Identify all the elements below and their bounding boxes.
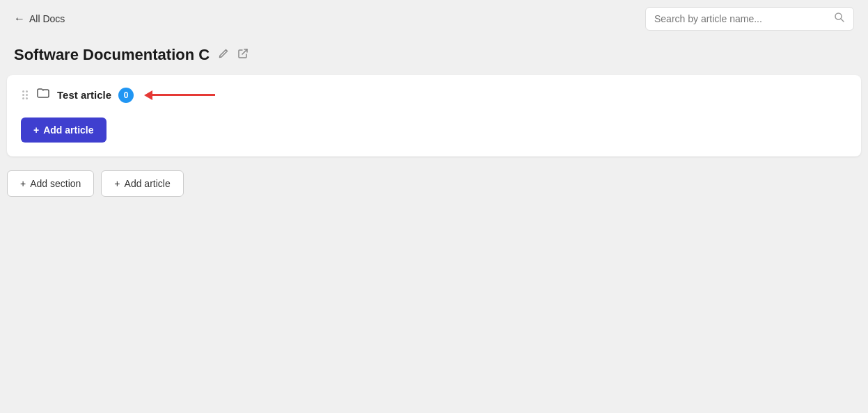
arrow-line xyxy=(152,94,215,96)
add-article-label: Add article xyxy=(43,124,93,136)
page-title-area: Software Documentation C xyxy=(0,38,868,75)
add-article-label: Add article xyxy=(125,178,171,189)
arrow-head xyxy=(144,90,152,100)
arrow-container xyxy=(145,90,215,100)
drag-dot xyxy=(26,90,28,92)
drag-dot xyxy=(26,94,28,96)
search-icon xyxy=(834,12,845,26)
search-container xyxy=(645,7,854,31)
edit-icon[interactable] xyxy=(218,48,229,62)
plus-icon: + xyxy=(114,178,120,189)
back-link[interactable]: ← All Docs xyxy=(14,13,65,25)
drag-dot xyxy=(22,94,24,96)
add-article-button[interactable]: + Add article xyxy=(101,170,183,197)
drag-dot xyxy=(22,97,24,99)
page-title: Software Documentation C xyxy=(14,46,210,64)
search-input[interactable] xyxy=(654,13,828,24)
section-name: Test article xyxy=(57,89,111,101)
add-section-button[interactable]: + Add section xyxy=(7,170,94,197)
bottom-actions: + Add section + Add article xyxy=(0,156,868,197)
header: ← All Docs xyxy=(0,0,868,38)
external-link-icon[interactable] xyxy=(237,48,248,62)
drag-dot xyxy=(22,90,24,92)
drag-handle[interactable] xyxy=(21,89,29,101)
count-badge: 0 xyxy=(118,88,134,103)
plus-icon: + xyxy=(20,178,26,189)
section-row: Test article 0 xyxy=(21,86,847,104)
svg-line-1 xyxy=(841,19,844,22)
add-article-button-card[interactable]: + Add article xyxy=(21,118,106,143)
add-section-label: Add section xyxy=(30,178,81,189)
back-label: All Docs xyxy=(29,13,65,24)
red-arrow xyxy=(145,90,215,100)
folder-icon xyxy=(36,86,50,104)
drag-dot xyxy=(26,97,28,99)
section-card: Test article 0 + Add article xyxy=(7,75,861,156)
plus-icon: + xyxy=(33,124,39,136)
back-arrow-icon: ← xyxy=(14,13,25,25)
svg-line-2 xyxy=(242,49,247,54)
